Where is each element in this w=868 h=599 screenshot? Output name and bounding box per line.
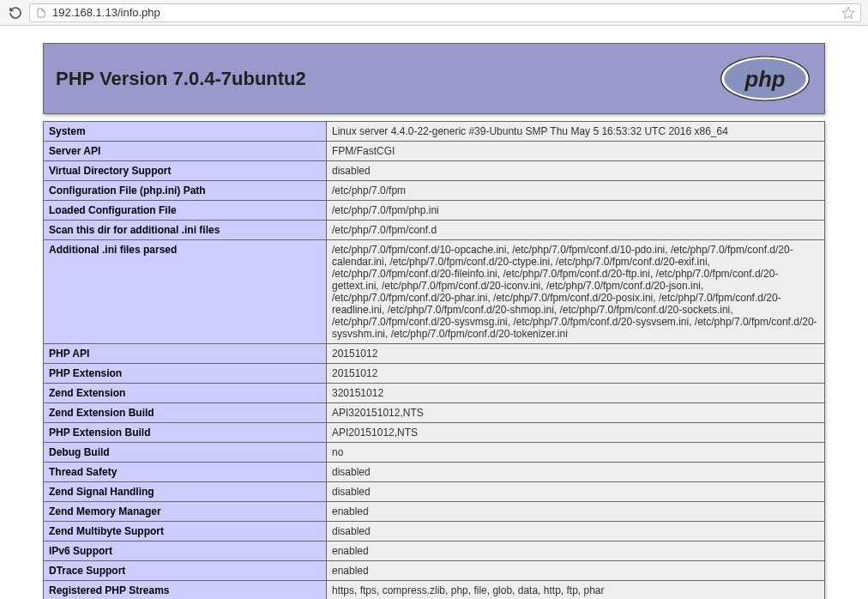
table-row: Loaded Configuration File/etc/php/7.0/fp… [44,201,825,221]
table-row: Zend Multibyte Supportdisabled [44,522,825,542]
svg-text:php: php [744,67,785,91]
table-row: PHP API20151012 [44,344,825,364]
reload-button[interactable] [7,4,24,21]
url-text: 192.168.1.13/info.php [52,6,841,19]
info-value: /etc/php/7.0/fpm/conf.d/10-opcache.ini, … [327,240,825,344]
php-logo-icon: php [718,55,812,102]
table-row: Virtual Directory Supportdisabled [44,161,825,181]
info-value: enabled [327,502,825,522]
info-key: Debug Build [44,443,327,463]
table-row: Zend Memory Managerenabled [44,502,825,522]
info-value: no [327,443,825,463]
browser-toolbar: 192.168.1.13/info.php [0,0,868,26]
info-key: Server API [44,142,327,161]
bookmark-star-icon[interactable] [841,6,855,20]
info-value: /etc/php/7.0/fpm/php.ini [327,201,825,221]
info-key: Additional .ini files parsed [44,240,327,344]
info-key: DTrace Support [44,561,327,581]
info-key: PHP Extension Build [44,423,327,443]
info-key: Thread Safety [44,463,327,482]
table-row: Zend Extension320151012 [44,384,825,403]
info-value: /etc/php/7.0/fpm [327,181,825,201]
php-header: PHP Version 7.0.4-7ubuntu2 php [43,43,825,114]
info-key: Configuration File (php.ini) Path [44,181,327,201]
info-value: API20151012,NTS [327,423,825,443]
info-key: Loaded Configuration File [44,201,327,221]
info-value: enabled [327,561,825,581]
table-row: PHP Extension BuildAPI20151012,NTS [44,423,825,443]
table-row: Server APIFPM/FastCGI [44,142,825,161]
address-bar[interactable]: 192.168.1.13/info.php [29,3,861,22]
table-row: Zend Extension BuildAPI320151012,NTS [44,403,825,423]
table-row: SystemLinux server 4.4.0-22-generic #39-… [44,122,825,142]
page-title: PHP Version 7.0.4-7ubuntu2 [56,68,306,90]
table-row: Registered PHP Streamshttps, ftps, compr… [44,581,825,600]
info-value: 20151012 [327,344,825,364]
table-row: IPv6 Supportenabled [44,542,825,561]
table-row: Additional .ini files parsed/etc/php/7.0… [44,240,825,344]
info-value: disabled [327,463,825,482]
info-value: 20151012 [327,364,825,384]
phpinfo-table: SystemLinux server 4.4.0-22-generic #39-… [43,121,825,599]
info-key: Zend Multibyte Support [44,522,327,542]
reload-icon [9,6,22,20]
svg-marker-0 [842,7,853,18]
table-row: Scan this dir for additional .ini files/… [44,221,825,240]
info-key: System [44,122,327,142]
table-row: DTrace Supportenabled [44,561,825,581]
info-value: FPM/FastCGI [327,142,825,161]
info-value: API320151012,NTS [327,403,825,423]
info-value: disabled [327,161,825,181]
info-key: PHP API [44,344,327,364]
info-key: Virtual Directory Support [44,161,327,181]
table-row: Thread Safetydisabled [44,463,825,482]
page-content: PHP Version 7.0.4-7ubuntu2 php SystemLin… [0,26,868,599]
info-key: PHP Extension [44,364,327,384]
info-key: Scan this dir for additional .ini files [44,221,327,240]
info-key: Zend Memory Manager [44,502,327,522]
info-key: Zend Signal Handling [44,482,327,502]
info-value: 320151012 [327,384,825,403]
info-key: Zend Extension [44,384,327,403]
info-value: disabled [327,482,825,502]
table-row: Debug Buildno [44,443,825,463]
table-row: PHP Extension20151012 [44,364,825,384]
info-key: Registered PHP Streams [44,581,327,600]
info-value: enabled [327,542,825,561]
info-value: Linux server 4.4.0-22-generic #39-Ubuntu… [327,122,825,142]
page-icon [35,7,47,19]
info-value: /etc/php/7.0/fpm/conf.d [327,221,825,240]
info-key: IPv6 Support [44,542,327,561]
info-value: disabled [327,522,825,542]
info-key: Zend Extension Build [44,403,327,423]
info-value: https, ftps, compress.zlib, php, file, g… [327,581,825,600]
table-row: Configuration File (php.ini) Path/etc/ph… [44,181,825,201]
table-row: Zend Signal Handlingdisabled [44,482,825,502]
